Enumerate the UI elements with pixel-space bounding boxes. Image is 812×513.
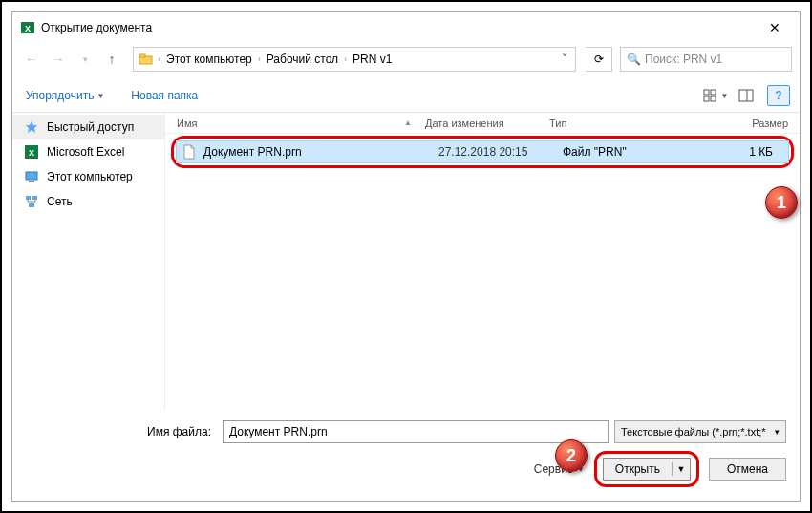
file-name: Документ PRN.prn <box>203 145 438 159</box>
crumb-this-pc[interactable]: Этот компьютер <box>163 48 255 71</box>
sidebar-item-network[interactable]: Сеть <box>12 189 164 214</box>
sidebar-item-label: Этот компьютер <box>47 170 133 183</box>
refresh-icon[interactable]: ⟳ <box>586 47 612 72</box>
file-date: 27.12.2018 20:15 <box>438 145 563 159</box>
svg-rect-7 <box>711 96 716 101</box>
crumb-desktop[interactable]: Рабочий стол <box>264 48 341 71</box>
annotation-badge-1: 1 <box>765 186 798 219</box>
chevron-down-icon: ▼ <box>721 92 729 100</box>
nav-forward-icon[interactable]: → <box>47 48 70 71</box>
col-size[interactable]: Размер <box>660 118 792 129</box>
filename-label: Имя файла: <box>26 425 217 438</box>
annotation-highlight-1: Документ PRN.prn 27.12.2018 20:15 Файл "… <box>171 136 794 168</box>
svg-rect-8 <box>739 90 753 101</box>
titlebar: X Открытие документа ✕ <box>12 12 800 43</box>
annotation-highlight-2: Открыть ▼ <box>594 451 699 487</box>
file-row[interactable]: Документ PRN.prn 27.12.2018 20:15 Файл "… <box>176 140 789 163</box>
search-placeholder: Поиск: PRN v1 <box>645 53 722 66</box>
toolbar: Упорядочить ▼ Новая папка ▼ ? <box>12 79 800 113</box>
sidebar-item-label: Microsoft Excel <box>47 145 124 159</box>
excel-icon: X <box>20 20 35 35</box>
chevron-down-icon: ▼ <box>96 92 104 100</box>
svg-rect-15 <box>26 196 31 200</box>
breadcrumb-bar[interactable]: › Этот компьютер › Рабочий стол › PRN v1… <box>133 47 576 72</box>
svg-rect-14 <box>29 181 34 182</box>
view-options-icon[interactable]: ▼ <box>702 85 729 106</box>
search-input[interactable]: 🔍 Поиск: PRN v1 <box>620 47 792 72</box>
sort-asc-icon: ▲ <box>404 118 412 127</box>
svg-rect-17 <box>29 203 34 207</box>
pc-icon <box>24 169 39 184</box>
bottom-panel: Имя файла: Текстовые файлы (*.prn;*.txt;… <box>12 411 800 501</box>
star-icon <box>24 119 39 135</box>
sidebar-item-this-pc[interactable]: Этот компьютер <box>12 164 164 189</box>
open-button[interactable]: Открыть ▼ <box>603 458 691 481</box>
sidebar-item-quick-access[interactable]: Быстрый доступ <box>12 115 164 139</box>
file-size: 1 КБ <box>677 145 782 159</box>
file-list: Имя ▲ Дата изменения Тип Размер Документ… <box>165 113 800 411</box>
new-folder-button[interactable]: Новая папка <box>127 87 202 104</box>
svg-marker-10 <box>26 121 37 133</box>
sidebar-item-label: Сеть <box>47 195 73 208</box>
file-icon <box>182 144 198 160</box>
navbar: ← → ▾ ↑ › Этот компьютер › Рабочий стол … <box>12 43 800 79</box>
search-icon: 🔍 <box>627 53 641 66</box>
preview-pane-icon[interactable] <box>733 85 759 106</box>
filetype-filter[interactable]: Текстовые файлы (*.prn;*.txt;* ▾ <box>614 420 786 443</box>
col-type[interactable]: Тип <box>545 118 660 129</box>
excel-icon: X <box>24 144 39 160</box>
help-icon[interactable]: ? <box>767 85 790 106</box>
svg-rect-13 <box>26 172 37 180</box>
close-icon[interactable]: ✕ <box>758 18 792 37</box>
filename-input[interactable] <box>223 420 609 443</box>
network-icon <box>24 194 39 209</box>
path-dropdown-icon[interactable]: ˅ <box>558 53 571 66</box>
crumb-folder[interactable]: PRN v1 <box>350 48 395 71</box>
chevron-right-icon[interactable]: › <box>341 54 350 64</box>
nav-back-icon[interactable]: ← <box>20 48 43 71</box>
sidebar: Быстрый доступ X Microsoft Excel Этот ко… <box>12 113 165 411</box>
svg-rect-4 <box>704 90 709 95</box>
cancel-button[interactable]: Отмена <box>709 458 786 481</box>
open-split-dropdown[interactable]: ▼ <box>673 464 690 474</box>
dialog-title: Открытие документа <box>41 21 152 34</box>
svg-text:X: X <box>25 24 31 33</box>
col-date[interactable]: Дата изменения <box>421 118 545 129</box>
col-name[interactable]: Имя ▲ <box>173 118 421 129</box>
svg-rect-6 <box>704 96 709 101</box>
file-type: Файл "PRN" <box>563 145 677 159</box>
chevron-down-icon: ▾ <box>775 427 780 437</box>
sidebar-item-label: Быстрый доступ <box>47 120 134 134</box>
sidebar-item-excel[interactable]: X Microsoft Excel <box>12 139 164 164</box>
organize-button[interactable]: Упорядочить ▼ <box>22 87 108 104</box>
svg-rect-5 <box>711 90 716 95</box>
svg-text:X: X <box>29 148 34 158</box>
svg-rect-16 <box>32 196 37 200</box>
open-file-dialog: X Открытие документа ✕ ← → ▾ ↑ › Этот ко… <box>11 11 801 502</box>
chevron-right-icon[interactable]: › <box>255 54 264 64</box>
nav-up-icon[interactable]: ↑ <box>100 48 123 71</box>
svg-rect-3 <box>139 54 145 57</box>
column-headers: Имя ▲ Дата изменения Тип Размер <box>165 113 800 134</box>
recent-dd-icon[interactable]: ▾ <box>74 48 96 71</box>
chevron-right-icon[interactable]: › <box>155 54 163 64</box>
annotation-badge-2: 2 <box>555 439 588 472</box>
folder-icon <box>138 52 155 67</box>
